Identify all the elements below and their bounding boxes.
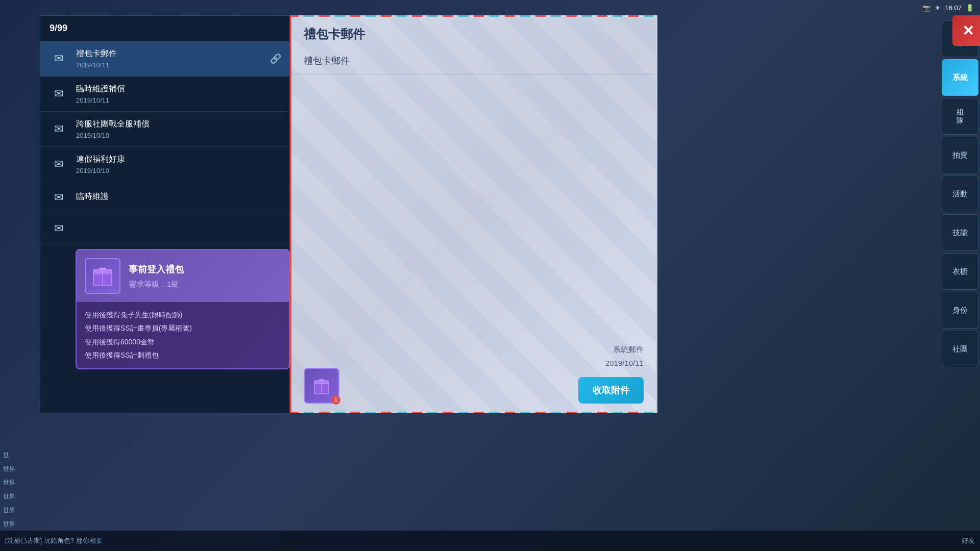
mail-envelope-icon: ✉ xyxy=(48,156,69,172)
chat-message: [沈祕巳古斯] 玩錯角色? 那你相要 xyxy=(5,536,103,545)
sun-icon: ☀ xyxy=(935,4,941,12)
tab-team[interactable]: 組隊 xyxy=(942,98,978,135)
mail-item-info: 臨時維護 xyxy=(76,191,281,204)
mail-item-title: 連假福利好康 xyxy=(76,154,281,165)
mail-footer: 1 系統郵件 2019/10/11 收取附件 xyxy=(291,334,656,412)
mail-content-title: 禮包卡郵件 xyxy=(291,17,656,47)
mail-envelope-icon: ✉ xyxy=(48,121,69,137)
mail-item-info: 跨服社團戰全服補償 2019/10/10 xyxy=(76,119,281,139)
item-popup: 事前登入禮包 需求等級：1級 使用後獲得兔子先生(限時配飾) 使用後獲得SS計畫… xyxy=(76,249,290,369)
tab-wardrobe[interactable]: 衣櫥 xyxy=(942,253,978,290)
world-item: 世界 xyxy=(0,504,40,517)
mail-item-title: 臨時維護 xyxy=(76,191,281,202)
package-icon xyxy=(310,374,333,397)
mail-item-info: 禮包卡郵件 2019/10/11 xyxy=(76,48,263,69)
mail-content-area: 禮包卡郵件 禮包卡郵件 1 系統郵件 xyxy=(290,15,657,413)
tab-guild[interactable]: 社團 xyxy=(942,331,978,367)
popup-body: 使用後獲得兔子先生(限時配飾) 使用後獲得SS計畫專員(專屬稱號) 使用後獲得6… xyxy=(77,302,289,368)
mail-item[interactable]: ✉ 連假福利好康 2019/10/10 xyxy=(40,147,289,182)
mail-item-date: 2019/10/10 xyxy=(76,167,281,174)
world-item: 世界 xyxy=(0,518,40,531)
mail-item-info xyxy=(76,228,281,230)
world-item: 世 xyxy=(0,449,40,462)
tab-activity[interactable]: 活動 xyxy=(942,176,978,212)
mail-item-date: 2019/10/11 xyxy=(76,96,281,104)
mail-item-date: 2019/10/11 xyxy=(76,61,263,69)
mail-item-title: 禮包卡郵件 xyxy=(76,48,263,59)
chat-tab-friends[interactable]: 好友 xyxy=(962,536,975,545)
mail-item-info: 連假福利好康 2019/10/10 xyxy=(76,154,281,174)
battery-icon: 🔋 xyxy=(966,4,974,12)
mail-item[interactable]: ✉ 禮包卡郵件 2019/10/11 🔗 xyxy=(40,41,289,77)
popup-level-req: 需求等級：1級 xyxy=(129,280,281,289)
right-sidebar: 日標 系統 組隊 拍賣 活動 技能 衣櫥 身份 社團 xyxy=(940,20,980,418)
mail-item[interactable]: ✉ xyxy=(40,213,289,244)
popup-item-image xyxy=(85,258,120,294)
popup-line-4: 使用後獲得SS計劃禮包 xyxy=(85,349,281,361)
world-item: 世界 xyxy=(0,490,40,503)
popup-line-1: 使用後獲得兔子先生(限時配飾) xyxy=(85,309,281,320)
mail-attachment-item[interactable]: 1 xyxy=(304,368,339,404)
mail-content-subject: 禮包卡郵件 xyxy=(291,47,656,74)
mail-envelope-icon: ✉ xyxy=(48,51,69,67)
mail-envelope-icon: ✉ xyxy=(48,86,69,102)
wifi-icon: 📷 xyxy=(922,4,930,12)
mail-item-title: 跨服社團戰全服補償 xyxy=(76,119,281,130)
mail-item-info: 臨時維護補償 2019/10/11 xyxy=(76,84,281,104)
popup-title-block: 事前登入禮包 需求等級：1級 xyxy=(129,263,281,289)
mail-item[interactable]: ✉ 臨時維護 xyxy=(40,182,289,213)
popup-line-2: 使用後獲得SS計畫專員(專屬稱號) xyxy=(85,322,281,334)
tab-system[interactable]: 系統 xyxy=(942,59,978,96)
world-item: 世界 xyxy=(0,463,40,475)
chat-bar: [沈祕巳古斯] 玩錯角色? 那你相要 好友 xyxy=(0,531,980,551)
world-item: 世界 xyxy=(0,477,40,489)
link-icon: 🔗 xyxy=(270,53,281,64)
mail-item-date: 2019/10/10 xyxy=(76,132,281,139)
status-bar: 📷 ☀ 16:07 🔋 xyxy=(878,0,980,15)
popup-line-3: 使用後獲得60000金幣 xyxy=(85,336,281,347)
world-list: 世 世界 世界 世界 世界 世界 xyxy=(0,449,40,531)
popup-package-icon xyxy=(89,263,116,289)
mail-item[interactable]: ✉ 臨時維護補償 2019/10/11 xyxy=(40,77,289,112)
popup-item-title: 事前登入禮包 xyxy=(129,263,281,276)
tab-skill[interactable]: 技能 xyxy=(942,214,978,251)
popup-header: 事前登入禮包 需求等級：1級 xyxy=(77,250,289,302)
mail-content-body xyxy=(291,74,656,334)
mail-counter: 9/99 xyxy=(40,16,289,41)
mail-metadata: 系統郵件 2019/10/11 xyxy=(605,342,644,370)
close-button[interactable]: ✕ xyxy=(952,15,980,46)
tab-identity[interactable]: 身份 xyxy=(942,292,978,329)
collect-button[interactable]: 收取附件 xyxy=(578,377,644,404)
attachment-count-badge: 1 xyxy=(331,395,340,405)
tab-auction[interactable]: 拍賣 xyxy=(942,137,978,173)
mail-envelope-icon: ✉ xyxy=(48,220,69,237)
time-display: 16:07 xyxy=(945,4,962,12)
mail-item-title: 臨時維護補償 xyxy=(76,84,281,94)
mail-item[interactable]: ✉ 跨服社團戰全服補償 2019/10/10 xyxy=(40,112,289,147)
mail-envelope-icon: ✉ xyxy=(48,189,69,206)
